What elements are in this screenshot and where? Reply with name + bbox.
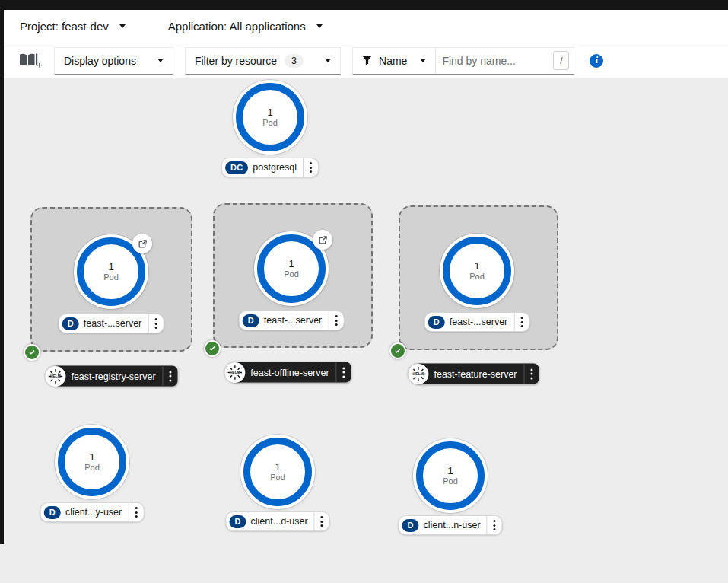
kebab-menu[interactable] [303, 158, 318, 177]
svg-text:HELM: HELM [413, 372, 423, 376]
pod-count: 1 [288, 258, 294, 270]
helm-release-label-feast-feature-server[interactable]: HELM feast-feature-server [415, 364, 539, 384]
node-label-client-registry-user[interactable]: D client...y-user [40, 502, 145, 522]
window-top-edge [0, 0, 728, 10]
pod-count: 1 [89, 451, 94, 464]
node-label-feast-feature[interactable]: D feast-...server [424, 312, 530, 332]
pod-unit: Pod [443, 476, 458, 486]
filter-type-label: Name [379, 55, 407, 67]
node-label-client-offline-user[interactable]: D client...d-user [225, 511, 329, 531]
pod-count: 1 [447, 465, 453, 477]
chevron-down-icon [420, 59, 426, 62]
workload-node-client-offline-user[interactable]: 1 Pod [243, 438, 312, 506]
chevron-down-icon [119, 24, 126, 28]
helm-release-name: feast-offline-server [249, 367, 335, 378]
application-dropdown[interactable]: Application: All applications [168, 20, 323, 33]
kebab-menu[interactable] [513, 313, 529, 331]
pod-count: 1 [267, 107, 272, 119]
node-name: client...d-user [251, 516, 314, 527]
node-name: feast-...server [264, 315, 328, 326]
helm-release-name: feast-registry-server [69, 371, 162, 381]
pod-unit: Pod [262, 118, 278, 128]
kebab-menu[interactable] [336, 362, 351, 383]
helm-badge-icon: HELM [408, 364, 428, 384]
pod-unit: Pod [469, 272, 485, 282]
topology-toolbar: Display options Filter by resource 3 Nam… [4, 43, 728, 78]
node-label-postgresql[interactable]: DC postgresql [221, 158, 319, 177]
display-options-dropdown[interactable]: Display options [54, 47, 173, 75]
project-dropdown[interactable]: Project: feast-dev [20, 20, 126, 33]
workload-node-client-registry-user[interactable]: 1 Pod [58, 428, 126, 496]
pod-unit: Pod [84, 463, 100, 473]
node-name: client...n-user [424, 520, 487, 530]
resource-badge-d: D [62, 317, 79, 330]
helm-release-name: feast-feature-server [432, 368, 523, 379]
kebab-menu[interactable] [524, 364, 539, 384]
context-bar: Project: feast-dev Application: All appl… [4, 10, 728, 43]
external-link-icon [318, 235, 328, 245]
search-input-wrap: / [436, 51, 574, 70]
resource-badge-d: D [44, 506, 61, 519]
pod-unit: Pod [103, 272, 119, 282]
helm-status-success-icon [24, 344, 40, 361]
node-name: feast-...server [450, 317, 513, 327]
node-label-feast-offline[interactable]: D feast-...server [239, 311, 345, 330]
node-label-client-feature-user[interactable]: D client...n-user [398, 515, 502, 535]
filter-count-badge: 3 [285, 54, 304, 68]
kebab-menu[interactable] [328, 311, 343, 330]
resource-badge-dc: DC [225, 161, 248, 174]
resource-badge-d: D [402, 519, 418, 532]
pod-count: 1 [275, 461, 280, 473]
svg-text:HELM: HELM [230, 371, 240, 374]
filter-funnel-icon [362, 56, 372, 65]
keyboard-shortcut-hint: / [553, 51, 569, 70]
filter-by-resource-label: Filter by resource [195, 55, 277, 67]
filter-type-dropdown[interactable]: Name [353, 48, 436, 74]
kebab-menu[interactable] [487, 516, 502, 534]
resource-badge-d: D [428, 316, 445, 329]
name-filter-group: Name / [352, 47, 574, 75]
display-options-label: Display options [64, 55, 136, 67]
open-url-button[interactable] [132, 234, 152, 253]
pod-count: 1 [108, 261, 113, 273]
pod-count: 1 [474, 260, 479, 272]
kebab-menu[interactable] [314, 512, 329, 530]
filter-by-resource-dropdown[interactable]: Filter by resource 3 [185, 47, 341, 75]
helm-badge-icon: HELM [224, 362, 245, 383]
kebab-menu[interactable] [148, 314, 163, 333]
workload-node-feast-feature[interactable]: 1 Pod [443, 237, 511, 305]
find-by-name-input[interactable] [437, 55, 553, 67]
quick-search-book-icon[interactable] [18, 51, 43, 71]
helm-status-success-icon [389, 342, 406, 359]
svg-text:HELM: HELM [50, 374, 60, 378]
helm-release-label-feast-offline-server[interactable]: HELM feast-offline-server [231, 362, 351, 383]
external-link-icon [138, 239, 148, 249]
node-name: client...y-user [65, 507, 128, 518]
workload-node-client-feature-user[interactable]: 1 Pod [416, 441, 485, 510]
node-name: postgresql [253, 162, 303, 173]
pod-unit: Pod [284, 269, 299, 279]
chevron-down-icon [157, 59, 164, 62]
node-label-feast-registry[interactable]: D feast-...server [59, 314, 164, 333]
pod-unit: Pod [270, 473, 285, 483]
chevron-down-icon [316, 24, 323, 28]
helm-badge-icon: HELM [45, 366, 65, 387]
project-dropdown-label: Project: feast-dev [20, 20, 109, 33]
workload-node-postgresql[interactable]: 1 Pod [236, 83, 304, 151]
topology-canvas[interactable]: 1 Pod DC postgresql 1 Pod D feast-...ser… [4, 78, 728, 583]
helm-status-success-icon [204, 340, 221, 357]
helm-release-label-feast-registry-server[interactable]: HELM feast-registry-server [52, 366, 177, 387]
kebab-menu[interactable] [163, 366, 178, 387]
info-icon[interactable]: i [590, 54, 603, 68]
open-url-button[interactable] [313, 230, 332, 250]
application-dropdown-label: Application: All applications [168, 20, 306, 33]
node-name: feast-...server [84, 318, 148, 329]
resource-badge-d: D [229, 515, 246, 528]
chevron-down-icon [325, 59, 331, 62]
kebab-menu[interactable] [128, 503, 143, 521]
resource-badge-d: D [243, 314, 259, 327]
